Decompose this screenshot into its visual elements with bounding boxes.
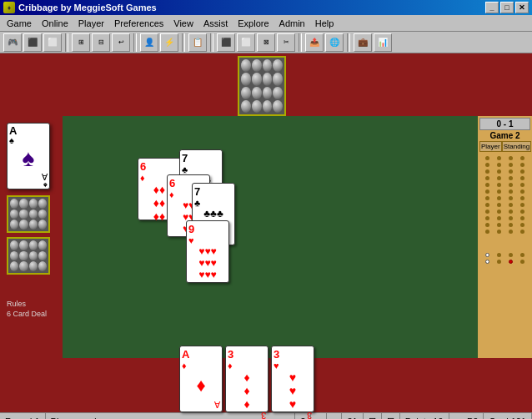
toolbar-btn-17[interactable]: 📊 <box>374 33 392 52</box>
status-31: 31 <box>342 413 363 419</box>
dot-21 <box>485 189 489 194</box>
bottom-wood-strip: A ♦ ♦ A 3 ♦ ♦♦♦ 3 3 ♥ ♥♥♥ 3 <box>0 358 532 412</box>
score-row-8 <box>481 203 529 207</box>
hand-card-3d[interactable]: 3 ♦ ♦♦♦ 3 <box>225 346 269 412</box>
player-ace-card[interactable]: A ♠ ♠ A ♠ <box>7 123 50 189</box>
menu-explore[interactable]: Explore <box>233 17 274 30</box>
window-controls: _ □ ✕ <box>485 2 529 13</box>
dot-48 <box>520 230 524 234</box>
dot-4 <box>520 156 524 160</box>
nav-up-icon: ↑ <box>316 416 321 420</box>
score-columns: Player Standing <box>479 141 530 152</box>
player-facedown-1 <box>7 195 50 233</box>
toolbar-btn-10[interactable]: ⬛ <box>217 33 235 52</box>
dot-56 <box>520 260 524 264</box>
dot-53 <box>485 260 489 264</box>
nav-down-icon: ↓ <box>332 416 337 420</box>
minimize-button[interactable]: _ <box>485 2 499 13</box>
hand-card-ad[interactable]: A ♦ ♦ A <box>179 346 223 412</box>
dot-26 <box>497 196 501 200</box>
dot-32 <box>520 203 524 207</box>
player-label: ○P2 <box>461 416 478 420</box>
score-row-11 <box>481 223 529 227</box>
menu-player[interactable]: Player <box>73 17 109 30</box>
menubar: Game Online Player Preferences View Assi… <box>0 15 532 32</box>
close-button[interactable]: ✕ <box>515 2 529 13</box>
dot-2 <box>497 156 501 160</box>
ace-rank: A <box>9 125 48 136</box>
dot-51 <box>509 253 513 257</box>
score-header: 0 - 1 <box>479 118 530 130</box>
menu-view[interactable]: View <box>168 17 198 30</box>
toolbar-btn-7[interactable]: 👤 <box>140 33 158 52</box>
toolbar-btn-13[interactable]: ✂ <box>277 33 295 52</box>
menu-online[interactable]: Online <box>37 17 73 30</box>
toolbar-btn-4[interactable]: ⊞ <box>72 33 90 52</box>
dot-37 <box>485 216 489 220</box>
menu-admin[interactable]: Admin <box>274 17 310 30</box>
dot-28 <box>520 196 524 200</box>
menu-help[interactable]: Help <box>310 17 339 30</box>
status-nav-down[interactable]: ↓ <box>327 413 343 419</box>
menu-game[interactable]: Game <box>2 17 37 30</box>
dot-17 <box>485 183 489 187</box>
dot-16 <box>520 176 524 180</box>
score-row-12 <box>481 230 529 234</box>
title-icon: ♦ <box>3 2 15 13</box>
dot-45 <box>485 230 489 234</box>
rules-label: Rules <box>7 300 26 308</box>
dot-10 <box>497 169 501 174</box>
dot-27 <box>509 196 513 200</box>
toolbar-sep-1 <box>65 33 68 52</box>
status-icon5: ⊠ <box>382 413 400 419</box>
dot-25 <box>485 196 489 200</box>
toolbar-btn-6[interactable]: ↩ <box>112 33 130 52</box>
card-7b-rank: 7 <box>194 185 233 198</box>
dot-15 <box>509 176 513 180</box>
top-wood-strip <box>0 53 532 116</box>
hand-3d-center: ♦♦♦ <box>228 371 266 411</box>
dot-44 <box>520 223 524 227</box>
count-31: 31 <box>347 416 357 420</box>
dot-47 <box>509 230 513 234</box>
hand-ad-rank: A <box>182 348 220 361</box>
dot-39 <box>509 216 513 220</box>
toolbar-btn-16[interactable]: 💼 <box>354 33 372 52</box>
status-nav-up[interactable]: ↑ <box>311 413 327 419</box>
hand-card-3h[interactable]: 3 ♥ ♥♥♥ 3 <box>271 346 314 412</box>
toolbar-btn-3[interactable]: ⬜ <box>43 33 62 52</box>
card-9h-pips: ♥♥♥♥♥♥♥♥♥ <box>198 245 216 280</box>
score-col-standing: Standing <box>502 141 532 152</box>
menu-preferences[interactable]: Preferences <box>109 17 168 30</box>
toolbar-btn-11[interactable]: ⬜ <box>237 33 255 52</box>
dot-35 <box>509 210 513 214</box>
dot-46 <box>497 230 501 234</box>
toolbar-sep-4 <box>210 33 213 52</box>
toolbar-sep-3 <box>182 33 185 52</box>
ace-suit-bottom: ♠ <box>43 181 48 189</box>
toolbar-btn-1[interactable]: 🎮 <box>3 33 22 52</box>
dot-54 <box>497 260 501 264</box>
toolbar-btn-2[interactable]: ⬛ <box>23 33 42 52</box>
menu-assist[interactable]: Assist <box>198 17 233 30</box>
goal-label: Goal:121 <box>489 416 526 420</box>
toolbar-btn-12[interactable]: ⊠ <box>257 33 275 52</box>
dot-6 <box>497 163 501 167</box>
dot-7 <box>509 163 513 167</box>
toolbar-btn-15[interactable]: 🌐 <box>325 33 344 52</box>
toolbar-btn-5[interactable]: ⊟ <box>92 33 110 52</box>
dot-8 <box>520 163 524 167</box>
play-message: Play a card. <box>51 416 99 420</box>
maximize-button[interactable]: □ <box>500 2 514 13</box>
toolbar-btn-9[interactable]: 📋 <box>188 33 207 52</box>
player-dot: ● <box>454 416 460 420</box>
score-row-4 <box>481 176 529 180</box>
dot-31 <box>509 203 513 207</box>
score-row-2 <box>481 163 529 167</box>
card-rank: 6 <box>140 160 178 173</box>
toolbar-btn-8[interactable]: ⚡ <box>160 33 178 52</box>
toolbar-btn-14[interactable]: 📤 <box>305 33 324 52</box>
played-card-9h[interactable]: 9 ♥ ♥♥♥♥♥♥♥♥♥ <box>186 220 229 283</box>
opponent-peg <box>509 260 513 264</box>
dot-42 <box>497 223 501 227</box>
